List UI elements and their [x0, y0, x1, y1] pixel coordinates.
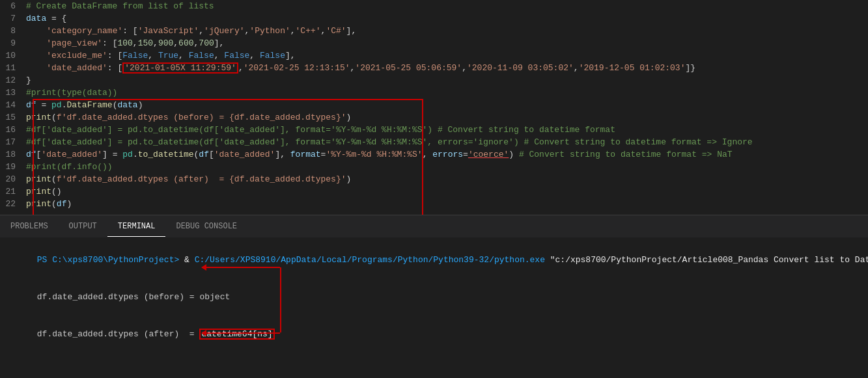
code-line-20: 20 print(f'df.date_added.dtypes (after) … [0, 173, 868, 185]
terminal-empty-1 [7, 353, 861, 365]
code-line-16: 16 #df['date_added'] = pd.to_datetime(df… [0, 124, 868, 136]
tab-problems[interactable]: PROBLEMS [0, 217, 59, 237]
code-line-7: 7 data = { [0, 12, 868, 25]
code-line-9: 9 'page_view': [100,150,900,600,700], [0, 37, 868, 49]
terminal-command: PS C:\xps8700\PythonProject> & C:/Users/… [7, 241, 861, 278]
app-container: 6 # Create DataFrame from list of lists … [0, 0, 868, 378]
code-line-18: 18 df['date_added'] = pd.to_datetime(df[… [0, 148, 868, 161]
code-line-8: 8 'category_name': ['JavaScript','jQuery… [0, 25, 868, 37]
code-line-14: 14 df = pd.DataFrame(data) [0, 99, 868, 111]
code-line-12: 12 } [0, 74, 868, 87]
code-line-10: 10 'exclude_me': [False, True, False, Fa… [0, 49, 868, 62]
code-line-19: 19 #print(df.info()) [0, 161, 868, 173]
code-line-22: 22 print(df) [0, 198, 868, 210]
tab-debug-console[interactable]: DEBUG CONSOLE [165, 217, 247, 237]
tab-output[interactable]: OUTPUT [59, 217, 107, 237]
terminal-output-2: df.date_added.dtypes (after) = datetime6… [7, 316, 861, 353]
tab-terminal[interactable]: TERMINAL [107, 217, 166, 237]
code-line-13: 13 #print(type(data)) [0, 87, 868, 99]
editor-area: 6 # Create DataFrame from list of lists … [0, 0, 868, 215]
terminal-tabs: PROBLEMS OUTPUT TERMINAL DEBUG CONSOLE [0, 215, 868, 237]
code-line-15: 15 print(f'df.date_added.dtypes (before)… [0, 111, 868, 124]
terminal-area: PS C:\xps8700\PythonProject> & C:/Users/… [0, 237, 868, 377]
code-lines: 6 # Create DataFrame from list of lists … [0, 0, 868, 210]
code-line-17: 17 #df['date_added'] = pd.to_datetime(df… [0, 136, 868, 148]
terminal-table-header: category_name page_view exclude_me date_… [7, 365, 861, 377]
code-line-6: 6 # Create DataFrame from list of lists [0, 0, 868, 12]
code-line-21: 21 print() [0, 185, 868, 198]
code-line-11: 11 'date_added': ['2021-01-05X 11:29:59'… [0, 62, 868, 74]
terminal-output-1: df.date_added.dtypes (before) = object [7, 278, 861, 316]
